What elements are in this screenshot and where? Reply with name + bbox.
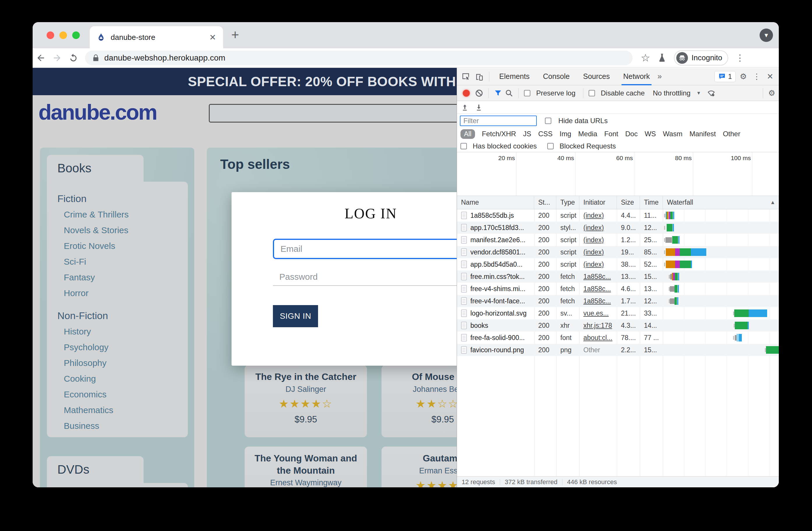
book-title[interactable]: The Rye in the Catcher <box>245 371 367 383</box>
throttling-dropdown-icon[interactable]: ▼ <box>696 90 701 96</box>
request-row[interactable]: books 200 xhr xhr.js:178 4.3... 14... <box>457 319 779 331</box>
disable-cache-checkbox[interactable] <box>589 90 595 97</box>
close-window-button[interactable] <box>47 31 54 39</box>
book-title[interactable]: The Young Woman and the Mountain <box>245 453 367 476</box>
chip-doc[interactable]: Doc <box>625 130 638 138</box>
sidebar-link-philosophy[interactable]: Philosophy <box>57 355 188 371</box>
tab-sources[interactable]: Sources <box>577 68 616 85</box>
incognito-badge[interactable]: Incognito <box>674 50 728 65</box>
sidebar-link-horror[interactable]: Horror <box>57 285 188 301</box>
export-har-icon[interactable] <box>475 103 483 112</box>
network-conditions-icon[interactable] <box>707 89 715 97</box>
chip-js[interactable]: JS <box>523 130 531 138</box>
minimize-window-button[interactable] <box>59 31 67 39</box>
experiments-flask-icon[interactable] <box>658 53 666 63</box>
book-card[interactable]: The Young Woman and the Mountain Ernest … <box>245 446 367 487</box>
browser-menu-icon[interactable]: ⋮ <box>736 53 744 63</box>
request-row[interactable]: 1a858c55db.js 200 script (index) 4.4... … <box>457 209 779 222</box>
chip-other[interactable]: Other <box>723 130 740 138</box>
request-row[interactable]: free.min.css?tok... 200 fetch 1a858c... … <box>457 270 779 283</box>
devtools-settings-icon[interactable]: ⚙ <box>737 72 749 81</box>
sidebar-link-history[interactable]: History <box>57 324 188 339</box>
chip-all[interactable]: All <box>461 129 475 139</box>
request-row[interactable]: free-v4-font-face... 200 fetch 1a858c...… <box>457 295 779 307</box>
tab-console[interactable]: Console <box>537 68 576 85</box>
hide-data-urls-checkbox[interactable] <box>545 118 551 124</box>
chip-ws[interactable]: WS <box>644 130 656 138</box>
book-card[interactable]: Gautama Erman Essen ★★★★☆ <box>381 446 457 487</box>
site-logo[interactable]: danube.com <box>39 100 157 124</box>
chip-wasm[interactable]: Wasm <box>663 130 682 138</box>
column-time[interactable]: Time <box>640 196 663 209</box>
network-filter-input[interactable] <box>460 116 537 126</box>
sidebar-link-mathematics[interactable]: Mathematics <box>57 402 188 418</box>
import-har-icon[interactable] <box>461 103 469 112</box>
devtools-close-icon[interactable]: ✕ <box>764 72 776 81</box>
devtools-menu-icon[interactable]: ⋮ <box>751 72 763 81</box>
book-title[interactable]: Of Mouse and <box>381 371 457 383</box>
browser-tab[interactable]: danube-store ✕ <box>90 26 223 48</box>
chip-img[interactable]: Img <box>560 130 571 138</box>
sidebar-link-psychology[interactable]: Psychology <box>57 339 188 355</box>
password-field[interactable] <box>273 268 457 286</box>
books-section-tab[interactable]: Books <box>47 155 144 182</box>
request-row[interactable]: manifest.2ae2e6... 200 script (index) 1.… <box>457 234 779 246</box>
dvds-section-tab[interactable]: DVDs <box>47 456 144 483</box>
network-settings-icon[interactable]: ⚙ <box>768 89 775 98</box>
url-bar[interactable]: danube-webshop.herokuapp.com <box>85 51 633 65</box>
book-card[interactable]: Of Mouse and Johannes Beckst ★★☆☆☆ $9.95 <box>381 365 457 437</box>
sidebar-link-cooking[interactable]: Cooking <box>57 371 188 387</box>
column-initiator[interactable]: Initiator <box>579 196 617 209</box>
back-icon[interactable] <box>33 53 49 63</box>
search-input[interactable] <box>209 104 457 122</box>
forward-icon[interactable] <box>49 53 65 63</box>
bookmark-star-icon[interactable]: ☆ <box>641 52 650 64</box>
sidebar-link-erotic-novels[interactable]: Erotic Novels <box>57 238 188 254</box>
sidebar-link-economics[interactable]: Economics <box>57 387 188 402</box>
column-type[interactable]: Type <box>556 196 579 209</box>
record-network-log-icon[interactable] <box>463 90 470 97</box>
sidebar-link-finance[interactable]: Finance <box>57 434 188 437</box>
has-blocked-cookies-checkbox[interactable] <box>461 143 467 149</box>
request-row[interactable]: app.5bd54d5a0... 200 script (index) 38..… <box>457 258 779 270</box>
tab-elements[interactable]: Elements <box>493 68 535 85</box>
chip-font[interactable]: Font <box>604 130 618 138</box>
column-size[interactable]: Size <box>617 196 640 209</box>
reload-icon[interactable] <box>65 53 82 63</box>
tab-search-button[interactable]: ▼ <box>759 29 773 42</box>
sidebar-link-novels-stories[interactable]: Novels & Stories <box>57 222 188 238</box>
request-row[interactable]: vendor.dcf85801... 200 script (index) 19… <box>457 246 779 258</box>
book-title[interactable]: Gautama <box>381 453 457 464</box>
blocked-requests-checkbox[interactable] <box>547 143 554 149</box>
request-row[interactable]: logo-horizontal.svg 200 sv... vue.es... … <box>457 307 779 319</box>
preserve-log-checkbox[interactable] <box>524 90 531 97</box>
throttling-select[interactable]: No throttling <box>653 89 690 97</box>
chip-fetch-xhr[interactable]: Fetch/XHR <box>482 130 516 138</box>
sidebar-link-fantasy[interactable]: Fantasy <box>57 269 188 285</box>
chip-css[interactable]: CSS <box>538 130 552 138</box>
clear-network-log-icon[interactable] <box>475 89 483 97</box>
chip-manifest[interactable]: Manifest <box>690 130 716 138</box>
request-row[interactable]: free-fa-solid-900... 200 font about:cl..… <box>457 331 779 344</box>
device-toolbar-icon[interactable] <box>473 72 485 81</box>
tab-close-icon[interactable]: ✕ <box>209 33 216 42</box>
chip-media[interactable]: Media <box>578 130 597 138</box>
sidebar-link-crime-thrillers[interactable]: Crime & Thrillers <box>57 207 188 222</box>
network-overview-timeline[interactable]: 20 ms 40 ms 60 ms 80 ms 100 ms <box>457 152 779 196</box>
inspect-element-icon[interactable] <box>460 72 472 81</box>
request-row[interactable]: app.170c518fd3... 200 styl... (index) 9.… <box>457 222 779 234</box>
column-waterfall[interactable]: Waterfall ▲ <box>663 196 779 209</box>
issues-badge[interactable]: 1 <box>714 71 736 82</box>
request-row[interactable]: favicon-round.png 200 png Other 2.2... 1… <box>457 344 779 356</box>
tab-network[interactable]: Network <box>618 68 656 85</box>
filter-funnel-icon[interactable] <box>494 89 502 97</box>
sign-in-button[interactable]: SIGN IN <box>273 305 318 327</box>
sidebar-link-business[interactable]: Business <box>57 418 188 434</box>
column-name[interactable]: Name <box>457 196 534 209</box>
new-tab-button[interactable]: + <box>231 27 239 43</box>
request-row[interactable]: free-v4-shims.mi... 200 fetch 1a858c... … <box>457 283 779 295</box>
sidebar-link-sci-fi[interactable]: Sci-Fi <box>57 254 188 269</box>
zoom-window-button[interactable] <box>72 31 80 39</box>
search-network-icon[interactable] <box>505 89 513 97</box>
more-tabs-icon[interactable]: » <box>657 72 662 81</box>
